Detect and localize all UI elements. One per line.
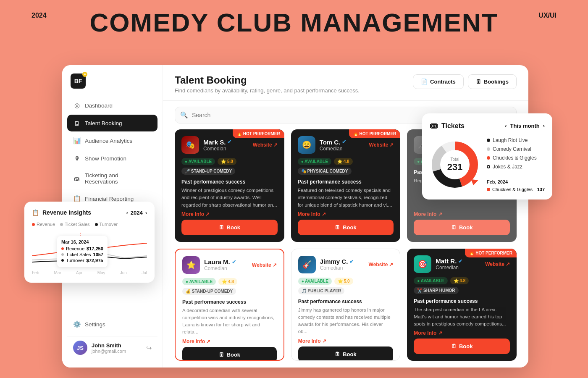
past-perf-text: A decorated comedian with several compet… (182, 307, 277, 336)
tags: AVAILABLE ⭐ 5.0 🎤 STAND-UP COMEDY (181, 158, 278, 175)
sidebar-item-dashboard[interactable]: ◎ Dashboard (67, 97, 158, 114)
website-link[interactable]: Website ↗ (369, 142, 394, 148)
bookings-button[interactable]: 🗓 Bookings (468, 74, 517, 89)
performer-info: 🎭 Mark S. ✔ Comedian (181, 136, 231, 154)
performer-info: 🎯 Matt R. ✔ Comedian (414, 255, 462, 273)
legend-dot-jokes (487, 165, 490, 168)
website-link[interactable]: Website ↗ (485, 261, 510, 267)
verified-icon: ✔ (232, 259, 236, 265)
legend-dot-turnover (95, 223, 98, 226)
performer-role: Comedian (203, 146, 231, 152)
rating-tag: ⭐ 4.8 (450, 277, 469, 284)
performer-card-laura: ⭐ Laura M. ✔ Comedian Website ↗ (175, 249, 284, 361)
legend-item-chuckles: Chuckles & Giggles (487, 155, 545, 161)
sidebar-logo: BF ★ (62, 74, 163, 97)
sidebar-item-show-promotion[interactable]: 🎙 Show Promotion (67, 150, 158, 167)
sidebar-item-audience-analytics[interactable]: 📊 Audience Analytics (67, 132, 158, 149)
uxui-label: UX/UI (538, 12, 556, 19)
top-actions: 📄 Contracts 🗓 Bookings (413, 74, 517, 89)
performer-role: Comedian (436, 265, 462, 270)
performer-card-matt: 🔥 HOT PERFORMER 🎯 Matt R. ✔ Comedian (407, 249, 517, 361)
tickets-header: 🎟 Tickets ‹ This month › (430, 121, 545, 131)
verified-icon: ✔ (349, 259, 354, 265)
contracts-button[interactable]: 📄 Contracts (413, 74, 464, 89)
tickets-legend: Laugh Riot Live Comedy Carnival Chuckles… (487, 137, 545, 192)
book-button[interactable]: 🗓 Book (181, 220, 278, 235)
book-button[interactable]: 🗓 Book (298, 346, 394, 361)
hot-badge: 🔥 HOT PERFORMER (233, 129, 284, 138)
tags: AVAILABLE ⭐ 4.8 💰 STAND-UP COMEDY (182, 278, 277, 295)
user-email: john@gmail.com (92, 349, 142, 354)
year-nav[interactable]: ‹ 2024 › (126, 210, 147, 216)
prev-year-icon[interactable]: ‹ (126, 210, 128, 216)
performer-details: Matt R. ✔ Comedian (436, 257, 462, 270)
availability-tag: AVAILABLE (181, 158, 215, 165)
rating-tag: ⭐ 4.8 (218, 278, 237, 285)
sidebar-item-talent-booking[interactable]: 🗓 Talent Booking (67, 115, 158, 131)
past-perf-label: Past performance success (298, 299, 394, 304)
availability-tag: AVAILABLE (414, 277, 447, 284)
legend-revenue: Revenue (32, 222, 55, 227)
more-info-link[interactable]: More Info ↗ (414, 330, 510, 336)
past-perf-text: Winner of prestigious comedy competition… (181, 187, 278, 209)
revenue-title: 📋 Revenue Insights (32, 209, 91, 216)
avatar: JS (73, 341, 87, 355)
book-button[interactable]: 🗓 Book (414, 339, 510, 354)
book-button[interactable]: 🗓 Book (182, 347, 277, 361)
more-info-link[interactable]: More Info ↗ (298, 338, 394, 344)
sidebar-item-label: Dashboard (85, 102, 113, 109)
logo-icon: BF ★ (71, 74, 86, 89)
more-info-link[interactable]: More Info ↗ (298, 211, 394, 217)
more-info-link[interactable]: More Info ↗ (181, 211, 278, 217)
revenue-header: 📋 Revenue Insights ‹ 2024 › (32, 209, 147, 216)
performer-avatar: ⭐ (182, 256, 200, 274)
legend-dot-laugh (487, 139, 490, 142)
revenue-icon: 📋 (32, 209, 39, 216)
performer-info: ⭐ Laura M. ✔ Comedian (182, 256, 236, 274)
tags: AVAILABLE ⭐ 4.8 🎭 PHYSICAL COMEDY (298, 158, 394, 175)
next-year-icon[interactable]: › (145, 210, 147, 216)
logout-icon[interactable]: ↪ (146, 344, 152, 352)
website-link[interactable]: Website ↗ (252, 262, 277, 268)
website-link[interactable]: Website ↗ (369, 262, 394, 268)
performer-role: Comedian (204, 265, 236, 271)
card-header: 😄 Tom C. ✔ Comedian Website ↗ (298, 136, 394, 154)
analytics-icon: 📊 (73, 137, 81, 144)
past-perf-label: Past performance success (181, 179, 278, 185)
chart-legend: Revenue Ticket Sales Turnover (32, 222, 147, 227)
card-header: 🎯 Matt R. ✔ Comedian Website ↗ (414, 255, 510, 273)
performer-name: Matt R. ✔ (436, 257, 462, 265)
performer-card-jimmy: 🎸 Jimmy C. ✔ Comedian Website ↗ (291, 249, 401, 361)
rating-tag: ⭐ 4.8 (334, 158, 353, 165)
sidebar-item-label: Talent Booking (85, 120, 122, 126)
month-nav[interactable]: ‹ This month › (505, 123, 545, 129)
calendar-icon: 🗓 (73, 119, 81, 127)
prev-month-icon[interactable]: ‹ (505, 123, 507, 129)
sidebar-item-ticketing[interactable]: 🎟 Ticketing and Reservations (67, 168, 158, 189)
settings-item[interactable]: ⚙️ Settings (67, 316, 158, 333)
card-header: ⭐ Laura M. ✔ Comedian Website ↗ (182, 256, 277, 274)
verified-icon: ✔ (227, 139, 231, 145)
performer-info: 🎸 Jimmy C. ✔ Comedian (298, 256, 354, 273)
book-button[interactable]: 🗓 Book (298, 220, 394, 235)
page-title-area: Talent Booking Find comedians by availab… (175, 74, 360, 94)
book-icon: 🗓 (219, 352, 224, 358)
performer-details: Mark S. ✔ Comedian (203, 139, 231, 152)
donut-total: Total 231 (447, 157, 463, 173)
website-link[interactable]: Website ↗ (253, 142, 278, 148)
tickets-body: Total 231 ▶ Laugh Riot Live Comedy Carni… (430, 137, 545, 192)
past-perf-label: Past performance success (298, 179, 394, 185)
next-month-icon[interactable]: › (543, 123, 545, 129)
tickets-overlay: 🎟 Tickets ‹ This month › (422, 113, 552, 200)
tooltip-date: Mar 16, 2024 (61, 239, 103, 244)
more-info-link[interactable]: More Info ↗ (182, 339, 277, 344)
sidebar-item-label: Show Promotion (85, 155, 126, 162)
card-header: 🎭 Mark S. ✔ Comedian Website ↗ (181, 136, 278, 154)
performer-details: Jimmy C. ✔ Comedian (320, 258, 354, 271)
tooltip-dot (487, 188, 490, 191)
book-button[interactable]: 🗓 Book (414, 220, 510, 235)
dashboard-icon: ◎ (73, 102, 81, 109)
more-info-link[interactable]: More Info ↗ (414, 211, 510, 217)
tickets-tooltip: Feb, 2024 Chuckles & Giggles 137 (487, 175, 545, 192)
performer-role: Comedian (320, 146, 346, 152)
